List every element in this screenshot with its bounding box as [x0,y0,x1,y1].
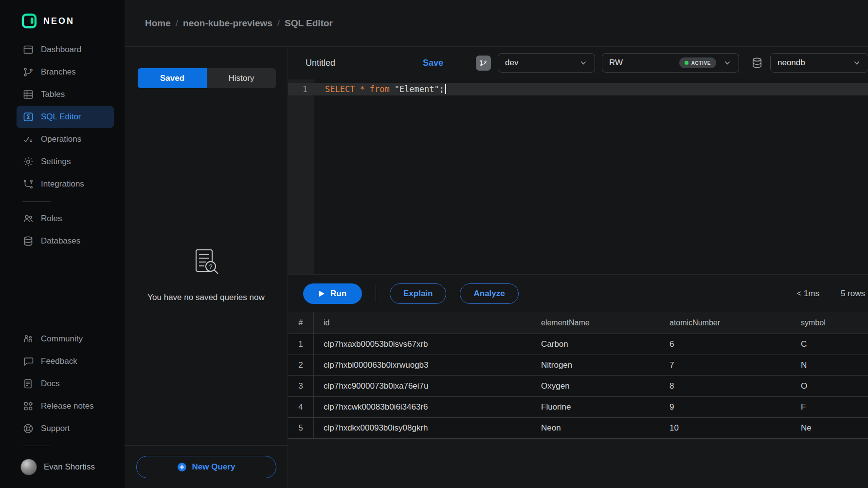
sidebar-spacer [0,252,125,328]
sidebar-item-branches[interactable]: Branches [17,61,114,83]
run-button[interactable]: Run [303,283,362,304]
table-row: 2 clp7hxbl000063b0ixrwuogb3 Nitrogen 7 N [288,355,868,376]
sidebar-item-integrations[interactable]: Integrations [17,173,114,195]
column-header-atomicNumber: atomicNumber [660,319,791,327]
breadcrumb-current: SQL Editor [285,18,333,29]
database-select[interactable]: neondb [770,53,868,73]
topbar: Home / neon-kube-previews / SQL Editor [125,0,868,47]
brand-wordmark: NEON [43,16,74,26]
breadcrumb-home[interactable]: Home [145,18,171,29]
sidebar-item-label: Release notes [41,401,94,411]
user-menu[interactable]: Evan Shortiss [0,452,125,488]
neon-logo-icon [21,13,37,29]
sidebar-item-sql-editor[interactable]: SQL Editor [17,106,114,128]
sql-editor-icon [22,111,34,123]
query-file-section: Untitled Save [288,47,460,79]
new-query-button[interactable]: New Query [136,456,276,478]
sidebar: NEON Dashboard Branches Tables [0,0,125,488]
row-index-cell: 4 [288,397,314,417]
breadcrumb-project[interactable]: neon-kube-previews [183,18,272,29]
sidebar-item-label: Databases [41,236,80,246]
sidebar-item-feedback[interactable]: Feedback [17,350,114,373]
docs-icon [22,378,34,390]
play-icon [319,290,325,297]
table-body: 1 clp7hxaxb00053b0isvs67xrb Carbon 6 C 2… [288,334,868,439]
sidebar-item-settings[interactable]: Settings [17,150,114,173]
line-number: 1 [288,84,314,94]
new-query-row: New Query [125,445,288,488]
elementName-cell: Nitrogen [531,360,660,370]
row-index-cell: 2 [288,355,314,375]
sidebar-item-docs[interactable]: Docs [17,373,114,395]
analyze-button[interactable]: Analyze [460,283,518,304]
elementName-cell: Fluorine [531,402,660,412]
row-index-cell: 1 [288,334,314,355]
sidebar-item-dashboard[interactable]: Dashboard [17,38,114,61]
brand[interactable]: NEON [0,0,125,38]
plus-circle-icon [177,462,187,472]
compute-select[interactable]: RW ACTIVE [602,53,739,73]
chevron-down-icon [723,58,732,67]
atomicNumber-cell: 9 [660,402,791,412]
table-row: 4 clp7hxcwk00083b0i6i3463r6 Fluorine 9 F [288,397,868,418]
sidebar-item-label: Branches [41,67,76,77]
tab-saved[interactable]: Saved [138,68,207,88]
sql-operator: * [360,84,364,94]
code-editor[interactable]: 1 SELECT*from"Element"; [288,79,868,274]
id-cell: clp7hxaxb00053b0isvs67xrb [314,339,531,349]
atomicNumber-cell: 6 [660,339,791,349]
save-button[interactable]: Save [423,58,443,68]
user-name: Evan Shortiss [44,462,95,472]
tabs-row: Saved History [125,47,288,105]
breadcrumb-separator: / [176,18,178,29]
sidebar-item-release-notes[interactable]: Release notes [17,395,114,417]
elementName-cell: Oxygen [531,381,660,391]
compute-select-value: RW [609,58,623,68]
explain-button[interactable]: Explain [390,283,446,304]
content: Saved History ? [125,47,868,488]
sql-keyword: from [370,84,390,94]
symbol-cell: F [791,402,868,412]
dashboard-icon [22,44,34,56]
sidebar-item-label: Feedback [41,357,77,366]
sql-identifier: "Element"; [395,84,444,94]
run-label: Run [330,289,346,299]
column-header-elementName: elementName [531,319,660,327]
query-stats: < 1ms 5 rows [796,289,868,299]
column-header-id: id [314,319,531,327]
code-line-1[interactable]: 1 SELECT*from"Element"; [288,83,868,95]
sidebar-item-support[interactable]: Support [17,417,114,440]
sidebar-item-community[interactable]: Community [17,328,114,350]
chevron-down-icon [852,58,861,67]
symbol-cell: N [791,360,868,370]
text-cursor [445,84,446,94]
results-section: # id elementName atomicNumber symbol 1 c… [288,312,868,488]
sidebar-item-databases[interactable]: Databases [17,230,114,252]
sidebar-item-tables[interactable]: Tables [17,83,114,106]
sidebar-nav-secondary: Roles Databases [0,207,125,252]
sidebar-item-label: Tables [41,90,65,99]
sidebar-item-roles[interactable]: Roles [17,207,114,230]
sidebar-item-label: Docs [41,379,60,389]
branch-icon-button[interactable] [476,56,491,71]
no-saved-queries-icon: ? [190,248,223,279]
symbol-cell: Ne [791,423,868,433]
sidebar-nav-tertiary: Community Feedback Docs Release notes [0,328,125,440]
code-text: SELECT*from"Element"; [314,84,446,94]
sql-editor-panel: Untitled Save dev [288,47,868,488]
new-query-label: New Query [192,462,235,472]
sidebar-item-label: Roles [41,214,62,224]
database-select-value: neondb [778,58,805,68]
branch-select[interactable]: dev [498,53,595,73]
query-title[interactable]: Untitled [306,58,335,68]
sidebar-item-operations[interactable]: Operations [17,128,114,150]
sql-keyword: SELECT [325,84,355,94]
line-number-gutter [288,79,314,274]
feedback-icon [22,356,34,367]
sidebar-item-label: Dashboard [41,45,81,55]
tab-history[interactable]: History [207,68,276,88]
empty-state: ? You have no saved queries now [125,105,288,445]
table-row: 1 clp7hxaxb00053b0isvs67xrb Carbon 6 C [288,334,868,355]
symbol-cell: C [791,339,868,349]
atomicNumber-cell: 10 [660,423,791,433]
